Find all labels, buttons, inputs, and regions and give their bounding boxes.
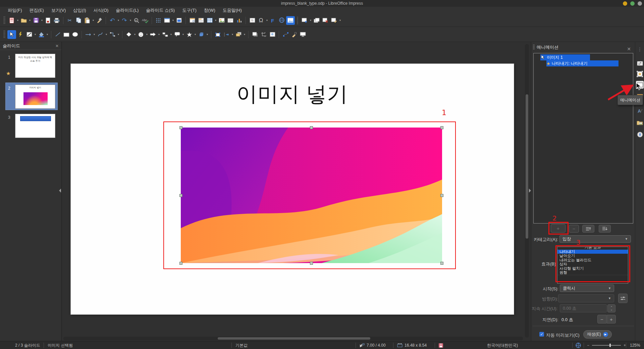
line-style-icon[interactable] — [25, 30, 34, 39]
animation-list-item-2[interactable]: ★ 나타내기: 나타내기 — [546, 60, 619, 66]
insert-table-icon[interactable] — [205, 16, 214, 25]
zoom-slider[interactable] — [592, 345, 621, 346]
effect-options-button[interactable] — [618, 294, 628, 303]
close-button[interactable] — [638, 1, 642, 6]
presentation-icon[interactable] — [299, 30, 307, 39]
duration-input[interactable]: 0.00 초 — [560, 304, 607, 312]
gluepoints-tool-icon[interactable] — [290, 30, 299, 39]
insert-chart-icon[interactable] — [235, 16, 244, 25]
slide-panel-close-icon[interactable]: ✕ — [55, 44, 59, 48]
shadow-icon[interactable] — [251, 30, 259, 39]
delay-minus-button[interactable]: − — [597, 315, 606, 323]
animation-tab-icon-active[interactable] — [636, 81, 644, 89]
slide-thumbnail-3[interactable]: 3 — [0, 113, 62, 139]
align-objects-icon[interactable] — [222, 30, 231, 39]
display-grid-icon[interactable] — [154, 16, 163, 25]
find-replace-icon[interactable]: a — [132, 16, 141, 25]
save-icon[interactable] — [32, 16, 40, 25]
star-shapes-icon[interactable] — [185, 30, 194, 39]
animation-list-item-1[interactable]: 이미지 1 — [540, 54, 590, 60]
menu-insert[interactable]: 삽입(I) — [69, 7, 90, 14]
block-arrows-icon[interactable] — [149, 30, 157, 39]
delay-plus-button[interactable]: + — [607, 315, 616, 323]
style-status[interactable]: 기본값 — [235, 341, 248, 349]
copy-icon[interactable] — [74, 16, 83, 25]
slide-thumbnail-1[interactable]: 1 미리 작성된 서식 파일 상자에 텍스트 추가 ★ — [0, 53, 62, 79]
basic-shapes-icon[interactable] — [124, 30, 133, 39]
insert-image-icon[interactable] — [217, 16, 226, 25]
spelling-icon[interactable]: Abc — [141, 16, 150, 25]
menu-tools[interactable]: 도구(T) — [178, 7, 200, 14]
start-dropdown[interactable]: 클릭시▼ — [560, 285, 614, 292]
open-file-icon[interactable] — [19, 16, 28, 25]
slide-title-text[interactable]: 이미지 넣기 — [71, 80, 514, 108]
toolbar-grip[interactable] — [3, 16, 5, 24]
zoom-level-status[interactable]: 125% — [630, 341, 640, 349]
clone-formatting-icon[interactable] — [95, 16, 104, 25]
line-tool-icon[interactable] — [53, 30, 62, 39]
symbol-shapes-icon[interactable] — [137, 30, 145, 39]
fit-slide-icon[interactable] — [576, 341, 581, 349]
header-footer-slide-icon[interactable] — [197, 16, 205, 25]
duplicate-slide-icon[interactable] — [312, 16, 321, 25]
vertical-scrollbar[interactable] — [525, 44, 529, 338]
menu-slideshow[interactable]: 슬라이드 쇼(S) — [142, 7, 178, 14]
insert-text-kr-icon[interactable]: 가 — [248, 16, 257, 25]
slide-properties-icon[interactable] — [330, 16, 338, 25]
undo-icon[interactable]: ↶ — [108, 16, 117, 25]
slide-page[interactable]: 이미지 넣기 — [71, 64, 514, 314]
paste-icon[interactable] — [83, 16, 92, 25]
gallery-tab-icon[interactable] — [636, 119, 644, 127]
cut-icon[interactable]: ✂ — [65, 16, 74, 25]
menu-format[interactable]: 서식(O) — [90, 7, 112, 14]
connector-tool-icon[interactable] — [108, 30, 117, 39]
select-tool-icon[interactable] — [7, 30, 16, 39]
menu-window[interactable]: 창(W) — [200, 7, 219, 14]
arrange-objects-icon[interactable] — [234, 30, 243, 39]
horizontal-scrollbar[interactable] — [63, 337, 523, 340]
callout-shapes-icon[interactable] — [173, 30, 181, 39]
normal-view-icon[interactable] — [175, 16, 183, 25]
panel-grip[interactable] — [533, 45, 535, 50]
remove-effect-button[interactable]: − — [569, 225, 579, 233]
maximize-button[interactable] — [630, 1, 635, 6]
print-icon[interactable] — [52, 16, 61, 25]
special-character-icon[interactable]: Ω — [257, 16, 265, 25]
toolbar-grip2[interactable] — [3, 31, 5, 39]
language-status[interactable]: 한국어(대한민국) — [487, 341, 518, 349]
new-document-icon[interactable] — [7, 16, 16, 25]
add-effect-button[interactable]: + — [551, 224, 566, 233]
points-tool-icon[interactable] — [281, 30, 290, 39]
menu-file[interactable]: 파일(F) — [4, 7, 26, 14]
fontwork-icon[interactable]: F — [269, 16, 277, 25]
view-layout-icon[interactable] — [163, 16, 171, 25]
sidebar-menu-icon[interactable]: ⋮ — [636, 45, 644, 53]
export-pdf-icon[interactable] — [44, 16, 52, 25]
auto-preview-checkbox[interactable]: ✓ — [539, 332, 544, 337]
redo-icon[interactable]: ↷ — [120, 16, 129, 25]
rotate-tool-icon[interactable] — [213, 30, 222, 39]
ellipse-tool-icon[interactable] — [71, 30, 79, 39]
flowchart-icon[interactable] — [161, 30, 169, 39]
header-footer-icon[interactable] — [188, 16, 197, 25]
play-button[interactable]: 재생(E)▶ — [583, 330, 612, 339]
filter-icon[interactable] — [268, 30, 277, 39]
slide-thumbnail-2-selected[interactable]: 2 이미지 넣기 — [0, 84, 62, 112]
animation-panel-close-icon[interactable]: ✕ — [627, 46, 631, 52]
move-down-button[interactable] — [599, 225, 611, 233]
delete-slide-icon[interactable] — [321, 16, 330, 25]
insert-textbox-icon[interactable] — [226, 16, 235, 25]
duration-spinner[interactable]: ⌃⌄ — [607, 304, 615, 312]
minimize-button[interactable] — [623, 1, 627, 6]
hide-slidepanel-arrow[interactable] — [59, 189, 61, 193]
menu-view[interactable]: 보기(V) — [48, 7, 69, 14]
crop-image-icon[interactable] — [259, 30, 268, 39]
menu-edit[interactable]: 편집(E) — [26, 7, 48, 14]
menu-slide[interactable]: 슬라이드(L) — [112, 7, 142, 14]
3d-objects-icon[interactable] — [197, 30, 206, 39]
navigator-tab-icon[interactable] — [636, 131, 644, 138]
new-slide-icon[interactable] — [300, 16, 309, 25]
zoom-in-icon[interactable]: + — [624, 343, 626, 348]
zoom-out-icon[interactable]: − — [587, 343, 589, 348]
move-up-button[interactable] — [582, 225, 594, 233]
